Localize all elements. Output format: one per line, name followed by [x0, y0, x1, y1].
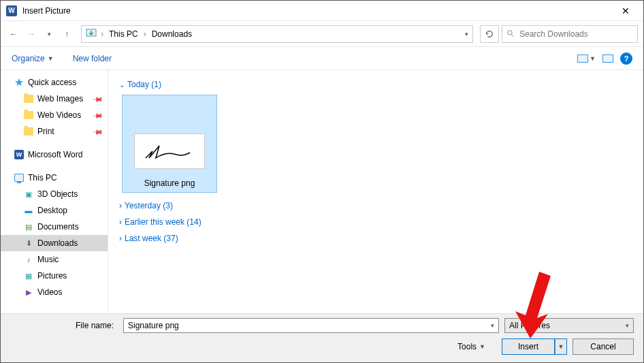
sidebar: Quick access Web Images📌 Web Videos📌 Pri…: [1, 70, 108, 317]
sidebar-documents[interactable]: ▤Documents: [1, 219, 108, 235]
sidebar-quick-access[interactable]: Quick access: [1, 74, 108, 91]
sidebar-downloads[interactable]: ⬇Downloads: [1, 235, 108, 251]
view-mode-button[interactable]: ▼: [577, 54, 596, 63]
caret-down-icon: ▾: [626, 322, 629, 329]
back-button[interactable]: ←: [6, 27, 21, 42]
music-icon: ♪: [24, 255, 33, 264]
refresh-icon: [485, 29, 494, 39]
downloads-icon: ⬇: [24, 238, 33, 248]
caret-down-icon[interactable]: ▾: [491, 322, 494, 329]
cube-icon: ▣: [24, 189, 33, 199]
pictures-icon: ▦: [24, 271, 33, 281]
downloads-location-icon: [86, 29, 97, 40]
new-folder-button[interactable]: New folder: [73, 54, 112, 63]
help-button[interactable]: ?: [620, 52, 632, 65]
file-name-label: File name:: [10, 321, 118, 330]
sidebar-desktop[interactable]: ▬Desktop: [1, 202, 108, 219]
caret-down-icon: ▼: [479, 343, 485, 350]
breadcrumb-dropdown[interactable]: ▾: [465, 31, 468, 37]
word-icon: W: [14, 150, 24, 159]
breadcrumb-downloads[interactable]: Downloads: [150, 29, 193, 39]
search-input[interactable]: Search Downloads: [502, 25, 638, 43]
folder-icon: [24, 111, 33, 119]
toolbar: Organize▼ New folder ▼ ?: [1, 47, 643, 70]
word-app-icon: W: [6, 5, 17, 16]
group-last-week[interactable]: ›Last week (37): [119, 234, 632, 243]
up-button[interactable]: ↑: [59, 27, 74, 42]
desktop-icon: ▬: [24, 206, 33, 215]
sidebar-pictures[interactable]: ▦Pictures: [1, 268, 108, 284]
refresh-button[interactable]: [480, 25, 499, 43]
nav-row: ← → ▾ ↑ › This PC › Downloads ▾ Search D…: [1, 21, 643, 47]
file-thumbnail: [134, 133, 205, 169]
forward-button[interactable]: →: [24, 27, 39, 42]
sidebar-item-web-images[interactable]: Web Images📌: [1, 91, 108, 107]
chevron-down-icon: ⌄: [119, 81, 125, 89]
chevron-right-icon: ›: [119, 217, 122, 227]
recent-dropdown[interactable]: ▾: [42, 27, 57, 42]
search-placeholder: Search Downloads: [519, 29, 588, 39]
pc-icon: [14, 174, 24, 182]
chevron-right-icon: ›: [119, 201, 122, 210]
sidebar-item-print[interactable]: Print📌: [1, 123, 108, 140]
folder-icon: [24, 127, 33, 136]
title-bar: W Insert Picture ✕: [1, 1, 643, 21]
main-area: Quick access Web Images📌 Web Videos📌 Pri…: [1, 70, 643, 317]
group-earlier-this-week[interactable]: ›Earlier this week (14): [119, 217, 632, 227]
file-name-input[interactable]: Signature png ▾: [123, 318, 499, 333]
search-icon: [506, 29, 515, 38]
file-signature-png[interactable]: Signature png: [122, 95, 217, 193]
chevron-right-icon: ›: [119, 234, 122, 243]
close-button[interactable]: ✕: [613, 3, 638, 19]
signature-icon: [139, 138, 200, 165]
file-content-pane: ⌄Today (1) Signature png ›Yesterday (3) …: [108, 70, 643, 317]
pin-icon: 📌: [93, 110, 103, 121]
window-title: Insert Picture: [22, 6, 613, 16]
insert-button[interactable]: Insert: [502, 338, 555, 355]
footer: File name: Signature png ▾ All Pictures …: [1, 313, 643, 362]
svg-point-1: [508, 31, 513, 35]
sidebar-this-pc[interactable]: This PC: [1, 170, 108, 186]
chevron-right-icon: ›: [99, 29, 105, 39]
caret-down-icon: ▼: [558, 343, 564, 350]
sidebar-3d-objects[interactable]: ▣3D Objects: [1, 186, 108, 202]
tools-button[interactable]: Tools▼: [457, 342, 485, 351]
cancel-button[interactable]: Cancel: [573, 338, 634, 355]
caret-down-icon: ▼: [590, 55, 596, 62]
group-yesterday[interactable]: ›Yesterday (3): [119, 201, 632, 210]
sidebar-microsoft-word[interactable]: WMicrosoft Word: [1, 146, 108, 163]
breadcrumb[interactable]: › This PC › Downloads ▾: [81, 25, 473, 43]
sidebar-item-web-videos[interactable]: Web Videos📌: [1, 107, 108, 123]
breadcrumb-this-pc[interactable]: This PC: [108, 29, 140, 39]
sidebar-videos[interactable]: ▶Videos: [1, 284, 108, 300]
thumbnail-view-icon: [577, 54, 588, 63]
group-today[interactable]: ⌄Today (1): [119, 80, 632, 89]
insert-dropdown[interactable]: ▼: [555, 338, 567, 355]
chevron-right-icon: ›: [142, 29, 148, 39]
pin-icon: 📌: [93, 93, 103, 104]
star-icon: [14, 78, 24, 87]
organize-button[interactable]: Organize▼: [12, 54, 54, 63]
caret-down-icon: ▼: [48, 55, 54, 62]
preview-pane-button[interactable]: [602, 54, 613, 63]
pin-icon: 📌: [93, 126, 103, 137]
file-type-filter[interactable]: All Pictures ▾: [504, 318, 634, 333]
sidebar-music[interactable]: ♪Music: [1, 251, 108, 268]
videos-icon: ▶: [24, 287, 33, 297]
documents-icon: ▤: [24, 222, 33, 232]
file-label: Signature png: [144, 178, 195, 188]
folder-icon: [24, 95, 33, 103]
